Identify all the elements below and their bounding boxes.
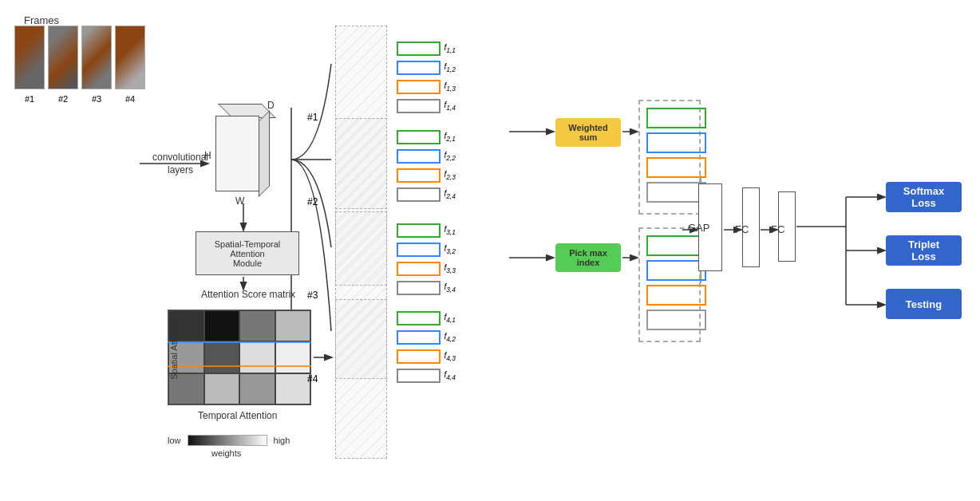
connectors <box>0 0 980 501</box>
feat-bar-3-3 <box>397 262 441 276</box>
out-bar-top-orange <box>646 157 706 178</box>
out-bar-bot-blue <box>646 260 706 281</box>
weights-high-label: high <box>274 436 290 445</box>
feat-bar-1-4 <box>397 99 441 113</box>
feat-bar-1-1 <box>397 41 441 56</box>
feat-bar-3-2 <box>397 243 441 257</box>
feat-label-3-1: f3,1 <box>444 225 455 236</box>
group-num-1: #1 <box>307 112 318 123</box>
frame-1 <box>14 26 45 89</box>
feat-label-4-1: f4,1 <box>444 313 455 324</box>
feat-label-3-4: f3,4 <box>444 282 455 294</box>
gap-label: GAP <box>688 222 709 234</box>
feat-label-3-2: f3,2 <box>444 244 455 255</box>
feature-group-4: f4,1 f4,2 f4,3 f4,4 #4 <box>335 299 456 459</box>
feat-bar-1-3 <box>397 80 441 94</box>
out-bar-bot-green <box>646 235 706 256</box>
temporal-attention-label: Temporal Attention <box>198 410 277 421</box>
diagram: Frames #1 #2 #3 #4 convolutional layers … <box>0 0 980 501</box>
feat-bar-4-2 <box>397 330 441 345</box>
feat-bar-3-1 <box>397 223 441 238</box>
feat-label-1-1: f1,1 <box>444 43 455 54</box>
attention-line-blue <box>168 341 311 343</box>
feat-bar-4-3 <box>397 349 441 364</box>
feat-bar-3-4 <box>397 281 441 295</box>
group-num-3: #3 <box>307 290 318 301</box>
weights-section: low high <box>168 435 290 446</box>
feat-label-1-2: f1,2 <box>444 62 455 73</box>
feat-label-3-3: f3,3 <box>444 263 455 274</box>
frame-num-3: #3 <box>81 94 112 104</box>
att-cell <box>204 341 240 373</box>
feat-label-1-4: f1,4 <box>444 101 455 112</box>
frame-3 <box>81 26 112 89</box>
feat-label-4-4: f4,4 <box>444 370 455 381</box>
att-cell <box>239 373 275 404</box>
feat-bar-2-2 <box>397 149 441 164</box>
feat-label-1-3: f1,3 <box>444 81 455 93</box>
weights-gradient-bar <box>188 435 267 446</box>
cube-front <box>215 116 259 191</box>
frame-num-1: #1 <box>14 94 45 104</box>
attention-line-orange <box>168 365 311 367</box>
out-bar-top-blue <box>646 132 706 153</box>
feat-label-2-4: f2,4 <box>444 189 455 200</box>
weights-low-label: low <box>168 436 181 445</box>
cube-w-label: W <box>235 195 244 207</box>
feat-bar-4-1 <box>397 311 441 325</box>
frame-2 <box>48 26 78 89</box>
conv-layers-label: convolutional layers <box>148 152 213 176</box>
cube-h-label: H <box>204 150 211 161</box>
att-cell <box>204 310 240 341</box>
feat-label-4-2: f4,2 <box>444 332 455 343</box>
frame-4 <box>115 26 145 89</box>
output-bottom-group <box>638 227 701 342</box>
feat-bar-2-1 <box>397 130 441 144</box>
cube-side <box>259 110 270 197</box>
attention-grid-inner <box>168 310 310 404</box>
spatial-attention-label: Spatial Attention <box>169 316 179 380</box>
frame-num-2: #2 <box>48 94 78 104</box>
testing-box: Testing <box>886 289 962 319</box>
output-top-group <box>638 100 701 215</box>
att-cell <box>275 310 311 341</box>
att-cell <box>275 373 311 404</box>
att-cell <box>239 310 275 341</box>
attention-score-label: Attention Score matrix <box>201 289 295 300</box>
feat-bar-4-4 <box>397 369 441 383</box>
frames-label: Frames <box>24 14 59 26</box>
weights-text-label: weights <box>211 448 241 458</box>
frame-num-4: #4 <box>115 94 145 104</box>
att-cell <box>275 341 311 373</box>
cube-d-label: D <box>267 100 275 111</box>
triplet-loss-box: Triplet Loss <box>886 235 962 266</box>
out-bar-bot-gray <box>646 310 706 330</box>
group-num-2: #2 <box>307 196 318 207</box>
weighted-sum-box: Weighted sum <box>555 118 621 147</box>
att-cell <box>204 373 240 404</box>
feat-label-2-3: f2,3 <box>444 170 455 181</box>
fc2-label: FC <box>771 223 784 235</box>
feat-bar-2-3 <box>397 168 441 183</box>
fc1-label: FC <box>735 223 749 235</box>
feat-bar-1-2 <box>397 61 441 75</box>
feat-label-4-3: f4,3 <box>444 351 455 362</box>
frame-images <box>14 26 145 89</box>
feat-bar-2-4 <box>397 187 441 202</box>
group-num-4: #4 <box>307 373 318 385</box>
out-bar-bot-orange <box>646 285 706 306</box>
attention-grid <box>168 310 311 405</box>
att-cell <box>239 341 275 373</box>
softmax-loss-box: Softmax Loss <box>886 182 962 212</box>
out-bar-top-green <box>646 108 706 128</box>
feat-label-2-2: f2,2 <box>444 151 455 162</box>
feat-label-2-1: f2,1 <box>444 132 455 143</box>
out-bar-top-gray <box>646 182 706 203</box>
sta-module-box: Spatial-Temporal Attention Module <box>196 231 299 275</box>
pick-max-box: Pick max index <box>555 243 621 272</box>
